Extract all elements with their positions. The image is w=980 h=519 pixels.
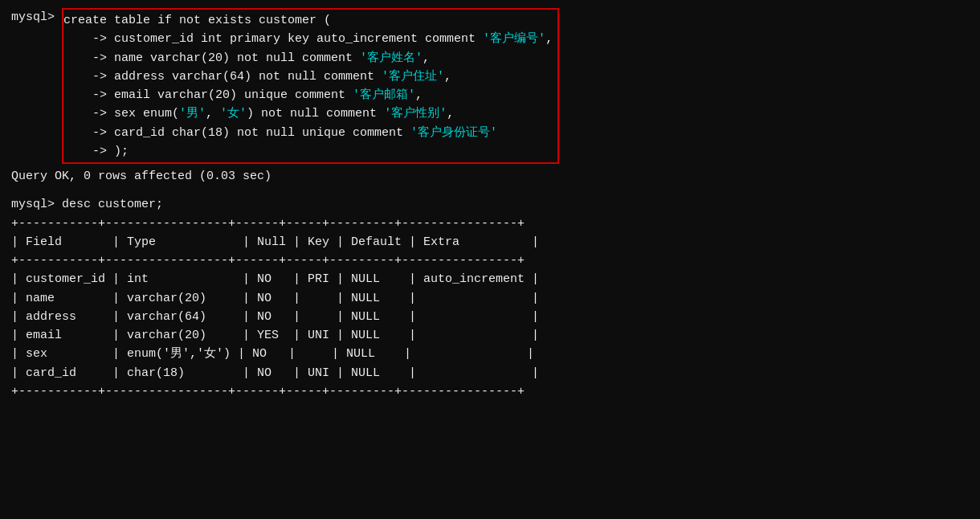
table-row: | card_id | char(18) | NO | UNI | NULL |… <box>11 364 969 382</box>
table-row: | sex | enum('男','女') | NO | | NULL | | <box>11 345 969 363</box>
create-line-7: -> card_id char(18) not null unique comm… <box>63 124 553 142</box>
create-line-8: -> ); <box>63 142 553 161</box>
table-sep-bottom: +-----------+-----------------+------+--… <box>11 382 969 401</box>
table-sep-header: +-----------+-----------------+------+--… <box>11 251 969 270</box>
create-line-5: -> email varchar(20) unique comment '客户邮… <box>63 86 553 104</box>
create-line-3: -> name varchar(20) not null comment '客户… <box>63 49 553 67</box>
table-row: | email | varchar(20) | YES | UNI | NULL… <box>11 326 969 345</box>
create-table-block: create table if not exists customer ( ->… <box>62 8 559 164</box>
table-row: | customer_id | int | NO | PRI | NULL | … <box>11 270 969 288</box>
create-line-2: -> customer_id int primary key auto_incr… <box>63 30 553 48</box>
create-line-1: create table if not exists customer ( <box>63 11 553 30</box>
desc-command-line: mysql> desc customer; <box>11 195 969 214</box>
table-header: | Field | Type | Null | Key | Default | … <box>11 233 969 251</box>
desc-section: mysql> desc customer; +-----------+-----… <box>11 195 969 401</box>
table-row: | address | varchar(64) | NO | | NULL | … <box>11 308 969 326</box>
table-sep-top: +-----------+-----------------+------+--… <box>11 215 969 233</box>
mysql-prompt: mysql> <box>11 8 62 27</box>
create-line-4: -> address varchar(64) not null comment … <box>63 67 553 86</box>
table-row: | name | varchar(20) | NO | | NULL | | <box>11 289 969 308</box>
create-line-6: -> sex enum('男', '女') not null comment '… <box>63 104 553 123</box>
query-ok: Query OK, 0 rows affected (0.03 sec) <box>11 167 969 186</box>
terminal: mysql> create table if not exists custom… <box>11 8 969 401</box>
